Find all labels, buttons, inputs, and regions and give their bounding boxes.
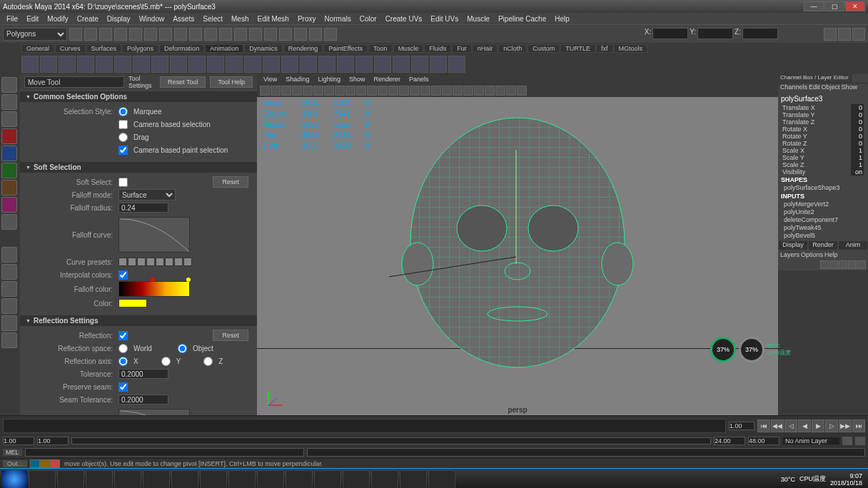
range-track[interactable] [71,437,711,444]
shelf-tab[interactable]: Rendering [283,44,323,53]
lasso-tool-icon[interactable] [1,94,17,110]
play-button[interactable]: ▶ [812,420,824,432]
layout-two-icon[interactable] [1,281,17,297]
step-back-button[interactable]: ◀◀ [771,420,784,432]
snap-grid-icon[interactable] [174,28,187,41]
menu-mesh[interactable]: Mesh [228,15,252,23]
perf-ring-2[interactable]: 37% [739,337,764,362]
vp-icon[interactable] [271,86,281,96]
layer-icon[interactable] [848,260,857,269]
move-tool-icon[interactable] [1,128,17,144]
set-key-button[interactable] [855,437,865,445]
layer-icon[interactable] [829,260,838,269]
layers-menu[interactable]: Layers [780,251,799,258]
menu-modify[interactable]: Modify [44,15,71,23]
rewind-button[interactable]: ⏮ [757,420,770,432]
axis-z-radio[interactable] [203,357,213,366]
taskbar-app[interactable] [428,470,455,489]
shelf-icon[interactable] [188,56,206,73]
shelf-icon[interactable] [393,56,410,73]
tool-name-field[interactable] [24,76,124,88]
falloff-gradient[interactable] [118,281,190,297]
anim-tab[interactable]: Anim [838,240,868,250]
input-node[interactable]: polyMergeVert2 [781,200,865,208]
vp-icon[interactable] [345,86,355,96]
ipr-render-icon[interactable] [264,28,277,41]
tolerance-input[interactable] [118,369,168,379]
script-lang-toggle[interactable]: MEL [3,449,22,456]
axis-y-radio[interactable] [161,357,171,366]
selected-object-name[interactable]: polySurface3 [781,93,865,104]
cb-menu-object[interactable]: Object [822,83,840,92]
channel-box-tab[interactable]: Channel Box / Layer Editor [778,74,852,83]
shelf-tab[interactable]: nCloth [498,44,527,53]
taskbar-app[interactable] [371,470,398,489]
helpline-icon[interactable] [30,459,40,468]
menu-assets[interactable]: Assets [169,15,198,23]
new-scene-icon[interactable] [69,28,82,41]
menu-help[interactable]: Help [551,15,573,23]
tool-help-button[interactable]: Tool Help [210,76,253,88]
play-back-button[interactable]: ◀ [798,420,811,432]
command-input[interactable] [25,448,305,457]
shelf-icon[interactable] [281,56,298,73]
toggle-channel-icon[interactable] [852,28,865,41]
time-track[interactable] [3,419,726,433]
vp-icon[interactable] [281,86,291,96]
vp-icon[interactable] [453,86,463,96]
common-selection-header[interactable]: Common Selection Options [20,91,257,102]
playback-end-input[interactable] [714,437,745,445]
anim-layer-select[interactable]: No Anim Layer [782,437,839,444]
reset-tool-button[interactable]: Reset Tool [160,76,206,88]
shape-node[interactable]: polySurfaceShape3 [781,184,865,192]
batch-render-icon[interactable] [279,28,292,41]
step-fwd-button[interactable]: ▶▶ [839,420,852,432]
shelf-tab[interactable]: General [21,44,54,53]
helpline-icon[interactable] [50,459,60,468]
perf-ring-1[interactable]: 37% [710,337,736,362]
anim-start-input[interactable] [3,437,34,445]
shelf-tab[interactable]: Curves [55,44,86,53]
shelf-icon[interactable] [448,56,465,73]
menu-editmesh[interactable]: Edit Mesh [253,15,292,23]
preset-swatch[interactable] [174,258,183,266]
layer-icon[interactable] [839,260,847,269]
shelf-tab[interactable]: fxf [596,44,613,53]
playback-start-input[interactable] [37,437,69,445]
menu-pipeline[interactable]: Pipeline Cache [495,15,550,23]
shelf-icon[interactable] [59,56,76,73]
undo-icon[interactable] [114,28,127,41]
object-radio[interactable] [178,344,187,353]
viewport-3d[interactable]: Verts:194611020 Edges:390123410 Faces:19… [257,97,778,415]
hypershade-icon[interactable] [309,28,322,41]
select-tool-icon[interactable] [1,77,17,93]
taskbar-app[interactable] [86,470,113,489]
cb-menu-show[interactable]: Show [842,83,858,92]
shelf-icon[interactable] [226,56,243,73]
taskbar-app[interactable] [257,470,284,489]
preset-swatch[interactable] [183,258,192,266]
render-settings-icon[interactable] [294,28,307,41]
layer-help-menu[interactable]: Help [824,251,838,258]
history-icon[interactable] [234,28,247,41]
channel-attr[interactable]: Scale X1 [781,147,865,154]
taskbar-app[interactable] [57,470,84,489]
minimize-button[interactable]: — [804,1,824,11]
current-frame-input[interactable] [729,422,755,430]
y-input[interactable] [697,28,733,39]
soft-select-checkbox[interactable] [118,178,128,187]
shelf-tab[interactable]: Fluids [424,44,451,53]
soft-mod-icon[interactable] [1,197,17,213]
shelf-icon[interactable] [170,56,187,73]
shelf-icon[interactable] [151,56,168,73]
taskbar-app[interactable] [343,470,370,489]
preset-swatch[interactable] [146,258,155,266]
menu-createuvs[interactable]: Create UVs [382,15,426,23]
vp-menu-renderer[interactable]: Renderer [370,76,404,83]
vp-menu-panels[interactable]: Panels [405,76,433,83]
shelf-icon[interactable] [96,56,113,73]
paint-select-icon[interactable] [1,111,17,127]
vp-icon[interactable] [495,86,505,96]
snap-curve-icon[interactable] [189,28,202,41]
layer-options-menu[interactable]: Options [801,251,823,258]
